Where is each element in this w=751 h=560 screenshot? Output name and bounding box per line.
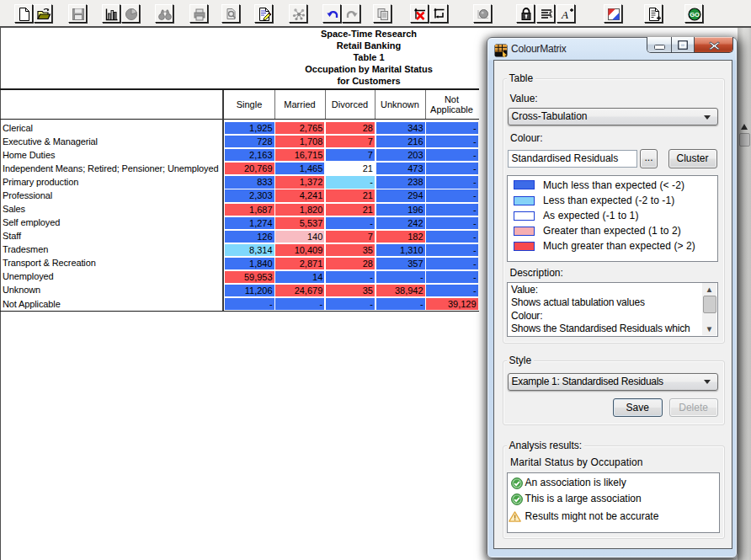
svg-text:A: A: [561, 8, 568, 21]
svg-text:GO: GO: [690, 11, 700, 19]
